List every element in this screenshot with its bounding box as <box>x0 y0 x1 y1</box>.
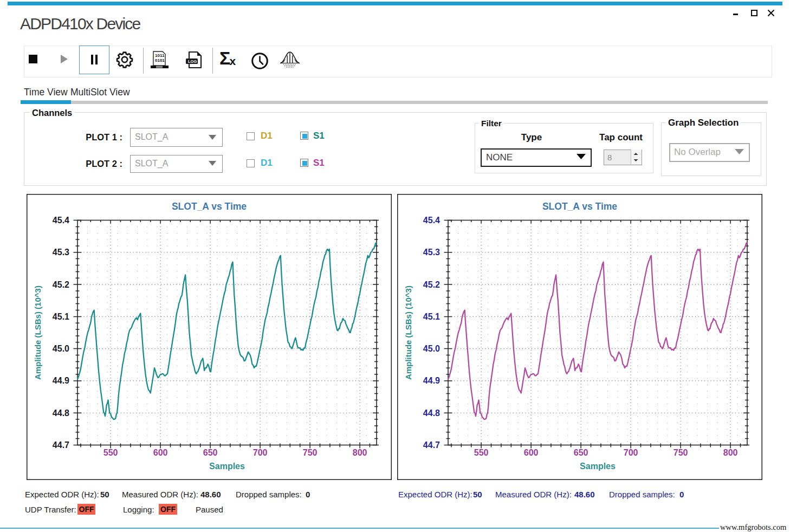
svg-text:Samples: Samples <box>209 462 245 471</box>
svg-text:44.8: 44.8 <box>423 408 440 418</box>
svg-text:45.4: 45.4 <box>53 216 69 225</box>
svg-text:45.1: 45.1 <box>53 312 69 321</box>
svg-text:44.9: 44.9 <box>53 376 69 385</box>
svg-text:45.3: 45.3 <box>53 248 69 257</box>
svg-text:44.7: 44.7 <box>53 440 69 450</box>
svg-text:750: 750 <box>303 448 318 457</box>
svg-text:650: 650 <box>203 448 218 457</box>
svg-text:SLOT_A vs Time: SLOT_A vs Time <box>542 201 617 212</box>
svg-text:650: 650 <box>574 448 588 457</box>
svg-text:44.7: 44.7 <box>423 440 440 450</box>
svg-text:600: 600 <box>153 448 168 457</box>
svg-text:600: 600 <box>524 448 539 457</box>
svg-text:45.4: 45.4 <box>423 216 440 225</box>
svg-text:1011: 1011 <box>155 53 165 58</box>
svg-text:Amplitude (LSBs) (10^3): Amplitude (LSBs) (10^3) <box>404 286 413 380</box>
svg-text:800: 800 <box>353 448 367 457</box>
svg-text:550: 550 <box>103 448 118 457</box>
svg-text:45.3: 45.3 <box>423 248 440 257</box>
svg-text:45.1: 45.1 <box>423 312 440 321</box>
svg-text:Samples: Samples <box>580 462 616 471</box>
svg-text:LOG: LOG <box>188 59 197 64</box>
svg-text:45.0: 45.0 <box>53 344 69 353</box>
svg-text:700: 700 <box>253 448 268 457</box>
svg-text:44.9: 44.9 <box>423 376 440 385</box>
svg-text:45.2: 45.2 <box>423 280 440 289</box>
svg-text:550: 550 <box>474 448 489 457</box>
svg-text:45.2: 45.2 <box>53 280 69 289</box>
svg-text:800: 800 <box>723 448 738 457</box>
svg-text:700: 700 <box>624 448 638 457</box>
svg-text:SLOT_A vs Time: SLOT_A vs Time <box>172 201 247 212</box>
svg-text:0101: 0101 <box>155 58 165 63</box>
svg-text:750: 750 <box>674 448 688 457</box>
svg-text:Amplitude (LSBs) (10^3): Amplitude (LSBs) (10^3) <box>33 286 42 380</box>
svg-text:44.8: 44.8 <box>53 408 69 418</box>
svg-text:45.0: 45.0 <box>423 344 440 353</box>
